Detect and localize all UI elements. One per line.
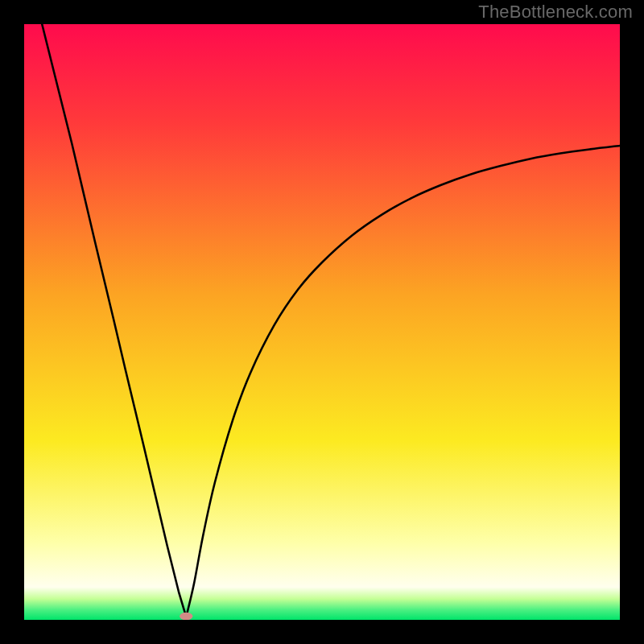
chart-frame: TheBottleneck.com [0,0,644,644]
plot-area [24,24,620,620]
watermark-text: TheBottleneck.com [478,2,633,23]
chart-svg [24,24,620,620]
minimum-marker [180,613,192,620]
